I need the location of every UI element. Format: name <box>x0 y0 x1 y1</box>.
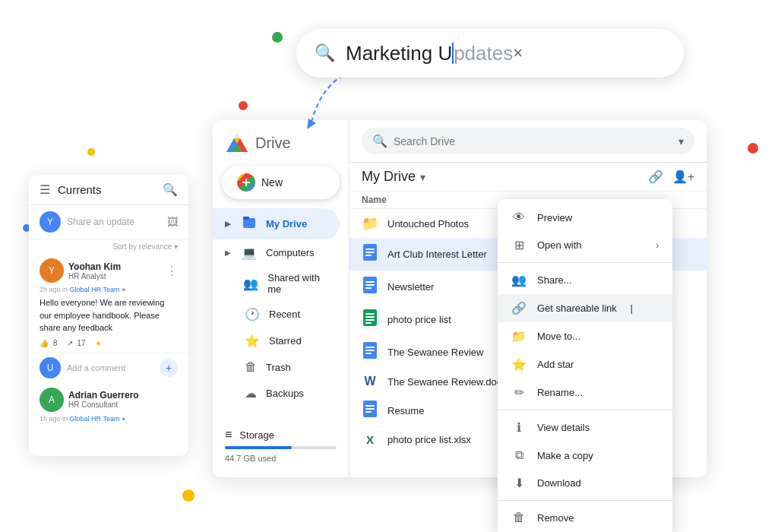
sort-bar[interactable]: Sort by relevance ▾ <box>29 239 188 254</box>
currents-header: ☰ Currents 🔍 <box>29 175 188 205</box>
post-header-2: A Adrian Guerrero HR Consultant <box>40 388 178 412</box>
add-user-icon[interactable]: 👤+ <box>672 169 694 184</box>
new-button[interactable]: New <box>222 166 340 199</box>
sidebar-item-computers[interactable]: ▶ 💻 Computers <box>213 239 340 266</box>
share-icon[interactable]: ↗ <box>67 339 73 347</box>
download-icon: ⬇ <box>511 476 527 490</box>
link-icon[interactable]: 🔗 <box>648 169 663 184</box>
post-meta: 2h ago in Global HR Team ● <box>40 286 178 293</box>
post-user-info-2: Adrian Guerrero HR Consultant <box>68 390 139 409</box>
sidebar-item-label-my-drive: My Drive <box>266 218 307 230</box>
doc-icon <box>362 244 378 264</box>
search-dropdown-icon[interactable]: ▾ <box>678 135 684 147</box>
ctx-rename[interactable]: ✏ Rename... <box>498 378 672 407</box>
computers-icon: 💻 <box>242 245 257 260</box>
post-team[interactable]: Global HR Team <box>70 286 120 293</box>
more-options-icon[interactable]: ⋮ <box>166 264 178 278</box>
svg-rect-16 <box>365 281 375 283</box>
storage-label: ≡ Storage <box>225 428 337 442</box>
search-overlay[interactable]: 🔍 Marketing Updates × <box>296 29 684 78</box>
ctx-share[interactable]: 👥 Share... <box>498 266 672 294</box>
ctx-get-link[interactable]: 🔗 Get shareable link | <box>498 294 672 322</box>
like-count: 8 <box>53 339 58 347</box>
search-icon: 🔍 <box>315 43 335 63</box>
sidebar-item-my-drive[interactable]: ▶ My Drive <box>213 208 340 239</box>
svg-rect-14 <box>365 255 372 256</box>
ctx-view-details[interactable]: ℹ View details <box>498 413 672 442</box>
post-header: Y Yoohan Kim HR Analyst ⋮ <box>40 258 178 283</box>
user-role: HR Analyst <box>68 272 121 280</box>
drive-logo-icon <box>225 132 249 154</box>
star-icon: ⭐ <box>511 357 527 372</box>
sidebar-item-label-computers: Computers <box>266 247 315 258</box>
drive-search-input[interactable] <box>394 135 672 147</box>
ctx-divider <box>498 262 672 263</box>
excel-icon: X <box>362 433 378 446</box>
svg-rect-21 <box>365 316 375 318</box>
ctx-label: Download <box>537 477 581 489</box>
svg-rect-30 <box>365 408 375 410</box>
star-icon[interactable]: ★ <box>95 339 102 347</box>
drive-search-box[interactable]: 🔍 ▾ <box>362 128 694 154</box>
folder-icon: 📁 <box>362 215 378 232</box>
share-area[interactable]: Y Share an update 🖼 <box>29 205 188 239</box>
move-icon: 📁 <box>511 329 527 344</box>
user-avatar: Y <box>40 258 64 283</box>
sheet-icon <box>362 309 378 330</box>
sidebar-item-label-starred: Starred <box>269 335 302 347</box>
post-item-2: A Adrian Guerrero HR Consultant 1h ago i… <box>29 383 188 427</box>
menu-icon[interactable]: ☰ <box>40 182 50 197</box>
comment-avatar: U <box>40 357 61 378</box>
post-actions: 👍 8 ↗ 17 ★ <box>40 339 178 347</box>
user-name: Yoohan Kim <box>68 261 121 272</box>
decorative-dot <box>87 148 95 156</box>
image-icon[interactable]: 🖼 <box>167 216 178 228</box>
svg-rect-12 <box>365 249 375 250</box>
ctx-divider <box>498 410 672 410</box>
ctx-add-star[interactable]: ⭐ Add star <box>498 350 672 378</box>
starred-icon: ⭐ <box>245 334 260 348</box>
ctx-remove[interactable]: 🗑 Remove <box>498 504 672 531</box>
new-button-label: New <box>261 176 283 188</box>
sidebar-item-trash[interactable]: 🗑 Trash <box>213 354 340 380</box>
ctx-label: Make a copy <box>537 450 593 461</box>
storage-label-text: Storage <box>239 429 274 441</box>
ctx-label: Preview <box>537 212 572 223</box>
sidebar-item-shared[interactable]: 👥 Shared with me <box>213 266 340 301</box>
svg-rect-22 <box>365 319 375 321</box>
post-team-2[interactable]: Global HR Team <box>70 415 120 423</box>
svg-rect-23 <box>365 322 372 324</box>
breadcrumb-dropdown-icon[interactable]: ▾ <box>420 171 425 183</box>
sidebar-item-label-trash: Trash <box>266 362 291 373</box>
like-icon[interactable]: 👍 <box>40 339 49 347</box>
add-comment-button[interactable]: + <box>160 359 178 377</box>
svg-rect-29 <box>365 405 375 407</box>
ctx-move-to[interactable]: 📁 Move to... <box>498 322 672 350</box>
new-plus-icon <box>237 173 255 192</box>
expand-icon: ▶ <box>225 220 231 228</box>
ctx-open-with[interactable]: ⊞ Open with › <box>498 231 672 259</box>
remove-icon: 🗑 <box>511 511 527 524</box>
ctx-divider <box>498 500 672 501</box>
drive-sidebar: Drive New ▶ My Drive ▶ 💻 <box>213 120 349 477</box>
breadcrumb-title[interactable]: My Drive <box>362 169 416 185</box>
sidebar-item-label-backups: Backups <box>266 388 304 399</box>
post-meta-2: 1h ago in Global HR Team ● <box>40 415 178 423</box>
svg-rect-31 <box>365 411 372 413</box>
close-search-button[interactable]: × <box>513 43 523 63</box>
sidebar-item-recent[interactable]: 🕐 Recent <box>213 301 340 328</box>
sidebar-item-backups[interactable]: ☁ Backups <box>213 380 340 407</box>
storage-icon: ≡ <box>225 428 232 442</box>
post-time: 2h ago in <box>40 286 68 293</box>
decorative-dot <box>239 101 248 110</box>
ctx-download[interactable]: ⬇ Download <box>498 469 672 497</box>
svg-rect-27 <box>365 353 372 354</box>
comment-input[interactable]: Add a comment <box>67 363 153 372</box>
trash-icon: 🗑 <box>245 360 257 374</box>
svg-rect-17 <box>365 284 375 286</box>
sidebar-item-starred[interactable]: ⭐ Starred <box>213 328 340 354</box>
ctx-make-copy[interactable]: ⧉ Make a copy <box>498 442 672 469</box>
ctx-preview[interactable]: 👁 Preview <box>498 204 672 231</box>
search-icon-currents[interactable]: 🔍 <box>163 182 178 197</box>
comment-area[interactable]: U Add a comment + <box>29 353 188 383</box>
